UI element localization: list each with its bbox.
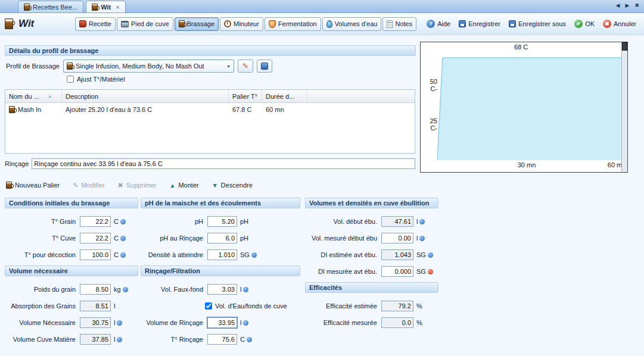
scroll-tabs-left-icon[interactable]: ◀ <box>616 2 620 8</box>
volumes-deau-button[interactable]: Volumes d'eau <box>322 17 382 31</box>
flask-icon <box>269 20 276 28</box>
pencil-icon: ✎ <box>73 182 78 189</box>
vol-mesure-debut-ebu-input[interactable] <box>381 233 413 243</box>
estimate-indicator-dot <box>243 287 248 292</box>
recipe-title: Wit <box>18 18 34 30</box>
recette-button[interactable]: Recette <box>75 17 116 31</box>
adjust-temp-checkbox[interactable] <box>67 76 74 83</box>
sparge-filtration-header: Rinçage/Filtration <box>141 266 300 276</box>
estimate-indicator-dot <box>117 320 122 326</box>
help-icon: ? <box>427 20 435 28</box>
kettle-icon <box>121 21 129 27</box>
faux-fond-input[interactable] <box>207 284 237 295</box>
notes-button[interactable]: Notes <box>382 17 416 31</box>
beer-mug-icon <box>5 18 13 29</box>
measured-indicator-dot <box>428 269 433 274</box>
absorption-input[interactable] <box>80 301 111 311</box>
library-icon <box>261 63 268 70</box>
volume-necessaire-input[interactable] <box>80 317 111 328</box>
descendre-button[interactable]: ▼ Descendre <box>212 182 253 189</box>
close-tab-icon[interactable]: × <box>116 4 119 11</box>
estimate-indicator-dot <box>120 252 126 258</box>
di-estimee-input[interactable] <box>381 249 413 260</box>
pied-de-cuve-button[interactable]: Pied de cuve <box>117 17 173 31</box>
field-volume-rincage: Volume de Rinçage l <box>141 317 300 329</box>
ph-input[interactable] <box>207 216 237 227</box>
chart-scrollbar[interactable] <box>621 42 627 172</box>
field-ph-rincage: pH au Rinçage pH <box>141 232 300 244</box>
nouveau-palier-button[interactable]: Nouveau Palier <box>6 182 60 189</box>
poids-grain-input[interactable] <box>80 284 111 295</box>
t-decoction-input[interactable] <box>80 249 111 260</box>
volume-cuve-input[interactable] <box>80 334 111 345</box>
tab-scroll-controls: ◀ ▶ ✖ <box>616 2 639 8</box>
beersmith-window: Recettes Bee... Wit × ◀ ▶ ✖ Wit Recette … <box>0 0 644 356</box>
col-header-nom[interactable]: Nom du ... ▲ <box>5 90 62 102</box>
t-rincage-input[interactable] <box>207 334 237 345</box>
col-header-duree[interactable]: Durée d... <box>262 90 307 102</box>
save-as-disk-icon <box>509 20 516 27</box>
close-window-icon[interactable]: ✖ <box>634 2 639 8</box>
profile-library-button[interactable] <box>257 60 272 73</box>
clock-icon <box>224 20 231 27</box>
fermentation-button[interactable]: Fermentation <box>265 17 321 31</box>
edit-profile-button[interactable]: ✎ <box>238 60 253 73</box>
chevron-down-icon: ▼ <box>226 64 231 68</box>
mash-profile-value: Single Infusion, Medium Body, No Mash Ou… <box>76 63 204 70</box>
field-di-mesuree: DI mesurée avt ébu. SG <box>305 266 438 277</box>
field-t-decoction: T° pour décoction C <box>5 249 138 261</box>
pencil-icon: ✎ <box>242 62 248 70</box>
tab-wit[interactable]: Wit × <box>86 1 125 13</box>
di-mesuree-input[interactable] <box>381 266 413 277</box>
water-drop-icon <box>326 20 332 28</box>
chart-scrollbar-thumb[interactable] <box>622 42 627 51</box>
deadspace-checkbox[interactable] <box>205 302 212 310</box>
estimate-indicator-dot <box>120 236 126 241</box>
efficacite-mesuree-input[interactable] <box>381 317 413 328</box>
vol-debut-ebu-input[interactable] <box>381 216 413 227</box>
aide-button[interactable]: ? Aide <box>423 17 454 31</box>
field-volume-necessaire: Volume Nécessaire l <box>5 317 138 329</box>
col-header-description[interactable]: Description <box>62 90 229 102</box>
efficacite-estimee-input[interactable] <box>381 301 413 311</box>
col-header-palier[interactable]: Palier T° <box>229 90 262 102</box>
sparge-description-input[interactable] <box>32 158 415 169</box>
estimate-indicator-dot <box>251 252 257 258</box>
beer-mug-icon <box>179 20 185 27</box>
estimate-indicator-dot <box>419 236 425 241</box>
step-duration: 60 mn <box>262 106 307 113</box>
volume-rincage-input[interactable] <box>207 317 237 328</box>
scroll-tabs-right-icon[interactable]: ▶ <box>626 2 630 8</box>
tab-label: Recettes Bee... <box>33 4 77 11</box>
step-name: Mash In <box>18 106 41 113</box>
t-grain-input[interactable] <box>80 216 111 227</box>
supprimer-button[interactable]: ✖ Supprimer <box>118 182 157 189</box>
densite-atteindre-input[interactable] <box>207 249 237 260</box>
enregistrer-button[interactable]: Enregistrer <box>455 17 504 31</box>
enregistrer-sous-button[interactable]: Enregistrer sous <box>505 17 570 31</box>
ok-check-icon: ✔ <box>574 20 583 28</box>
tab-recettes[interactable]: Recettes Bee... <box>18 1 83 13</box>
tab-label: Wit <box>101 4 111 11</box>
monter-button[interactable]: ▲ Monter <box>170 182 199 189</box>
minuteur-button[interactable]: Minuteur <box>220 17 263 31</box>
estimate-indicator-dot <box>123 287 128 292</box>
mash-profile-select[interactable]: Single Infusion, Medium Body, No Mash Ou… <box>63 60 234 73</box>
volume-header: Volume nécessaire <box>5 266 138 276</box>
ph-rincage-input[interactable] <box>207 233 237 243</box>
mash-temperature-chart: 68 C 50 C 25 C 30 mn 60 m <box>420 42 628 173</box>
t-cuve-input[interactable] <box>80 233 111 243</box>
mash-step-row[interactable]: Mash In Ajouter 25.20 l d'eau à 73.6 C 6… <box>5 103 415 115</box>
document-tab-bar: Recettes Bee... Wit × ◀ ▶ ✖ <box>0 0 644 13</box>
deadspace-checkbox-row: Vol. d'Eau/fonds de cuve <box>205 300 300 312</box>
field-t-cuve: T° Cuve C <box>5 232 138 244</box>
beer-mug-icon <box>67 63 73 70</box>
arrow-up-icon: ▲ <box>170 182 176 189</box>
field-efficacite-estimee: Efficacité estimée % <box>305 300 438 312</box>
brassage-button[interactable]: Brassage <box>175 17 219 31</box>
modifier-button[interactable]: ✎ Modifier <box>73 182 104 189</box>
ok-button[interactable]: ✔ OK <box>571 17 598 31</box>
annuler-button[interactable]: ✖ Annuler <box>599 17 640 31</box>
field-t-rincage: T° Rinçage C <box>141 333 300 345</box>
efficiency-header: Efficacités <box>305 282 438 293</box>
